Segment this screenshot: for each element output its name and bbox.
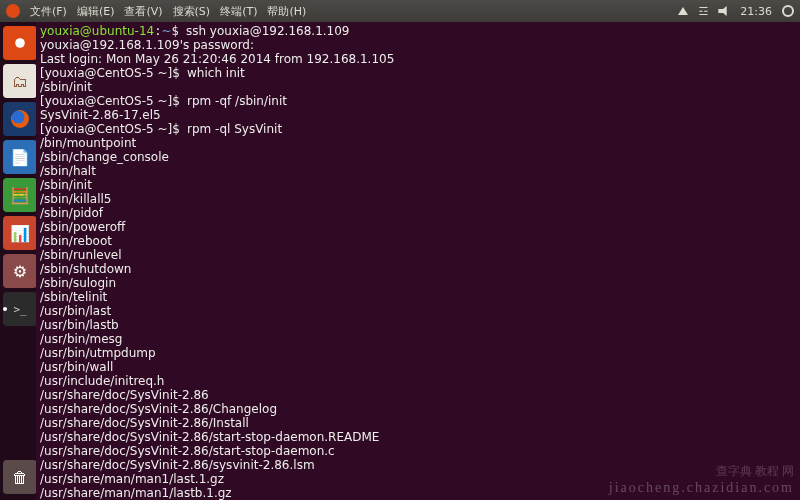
cmd-ssh: ssh youxia@192.168.1.109 bbox=[186, 24, 350, 38]
indicator-messages-icon[interactable] bbox=[678, 7, 688, 15]
menubar: 文件(F) 编辑(E) 查看(V) 搜索(S) 终端(T) 帮助(H) ☲ 21… bbox=[0, 0, 800, 22]
remote-prompt: [youxia@CentOS-5 ~]$ bbox=[40, 66, 180, 80]
menu-help[interactable]: 帮助(H) bbox=[263, 4, 310, 19]
clock[interactable]: 21:36 bbox=[740, 5, 772, 18]
running-indicator-icon bbox=[3, 307, 7, 311]
launcher-writer[interactable]: 📄 bbox=[3, 140, 37, 174]
terminal-window[interactable]: youxia@ubuntu-14:~$ ssh youxia@192.168.1… bbox=[36, 22, 800, 500]
out3-block: /bin/mountpoint /sbin/change_console /sb… bbox=[40, 136, 379, 500]
menu-file[interactable]: 文件(F) bbox=[26, 4, 71, 19]
ubuntu-icon bbox=[12, 35, 28, 51]
pw-line: youxia@192.168.1.109's password: bbox=[40, 38, 254, 52]
launcher-dash[interactable] bbox=[3, 26, 37, 60]
menu-search[interactable]: 搜索(S) bbox=[169, 4, 215, 19]
menu-edit[interactable]: 编辑(E) bbox=[73, 4, 119, 19]
folder-icon: 🗂 bbox=[12, 72, 28, 91]
menu-terminal[interactable]: 终端(T) bbox=[216, 4, 261, 19]
cmd1: which init bbox=[187, 66, 245, 80]
menu-view[interactable]: 查看(V) bbox=[120, 4, 166, 19]
menubar-right: ☲ 21:36 bbox=[678, 5, 794, 18]
cmd3: rpm -ql SysVinit bbox=[187, 122, 282, 136]
remote-prompt: [youxia@CentOS-5 ~]$ bbox=[40, 122, 180, 136]
launcher-impress[interactable]: 📊 bbox=[3, 216, 37, 250]
document-icon: 📄 bbox=[10, 148, 30, 167]
remote-prompt: [youxia@CentOS-5 ~]$ bbox=[40, 94, 180, 108]
gear-icon: ⚙ bbox=[13, 262, 27, 281]
out2: SysVinit-2.86-17.el5 bbox=[40, 108, 161, 122]
presentation-icon: 📊 bbox=[10, 224, 30, 243]
last-login: Last login: Mon May 26 21:20:46 2014 fro… bbox=[40, 52, 394, 66]
indicator-keyboard-icon[interactable]: ☲ bbox=[698, 5, 708, 18]
launcher-trash[interactable]: 🗑 bbox=[3, 460, 37, 494]
volume-icon[interactable] bbox=[718, 6, 730, 16]
system-gear-icon[interactable] bbox=[782, 5, 794, 17]
launcher-terminal[interactable] bbox=[3, 292, 37, 326]
spreadsheet-icon: 🧮 bbox=[10, 186, 30, 205]
out1: /sbin/init bbox=[40, 80, 92, 94]
launcher: 🗂 📄 🧮 📊 ⚙ 🗑 bbox=[0, 22, 40, 500]
launcher-updater[interactable]: ⚙ bbox=[3, 254, 37, 288]
cmd2: rpm -qf /sbin/init bbox=[187, 94, 287, 108]
launcher-files[interactable]: 🗂 bbox=[3, 64, 37, 98]
menubar-left: 文件(F) 编辑(E) 查看(V) 搜索(S) 终端(T) 帮助(H) bbox=[6, 4, 310, 19]
local-prompt-user: youxia@ubuntu-14 bbox=[40, 24, 154, 38]
trash-icon: 🗑 bbox=[12, 468, 28, 487]
launcher-calc[interactable]: 🧮 bbox=[3, 178, 37, 212]
local-prompt-path: ~ bbox=[161, 24, 171, 38]
ubuntu-logo-icon bbox=[6, 4, 20, 18]
launcher-firefox[interactable] bbox=[3, 102, 37, 136]
